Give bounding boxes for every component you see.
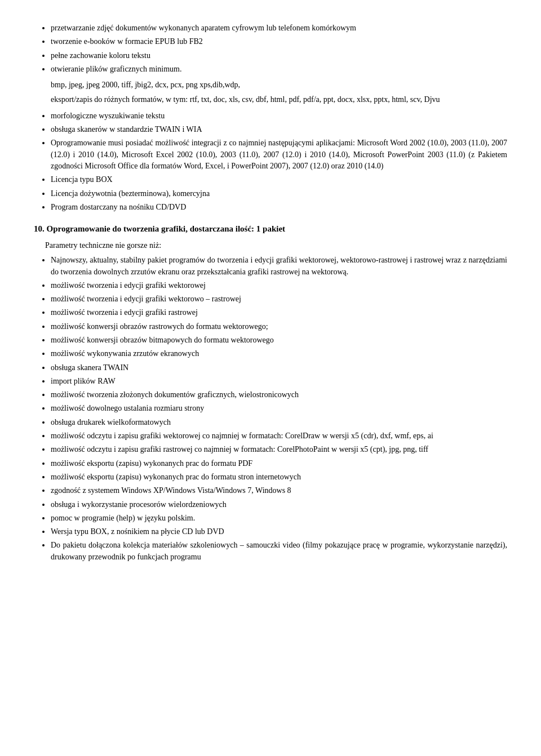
list-item: otwieranie plików graficznych minimum. xyxy=(51,64,507,75)
top-bullet-list: przetwarzanie zdjęć dokumentów wykonanyc… xyxy=(51,23,507,75)
list-item: pomoc w programie (help) w języku polski… xyxy=(51,513,507,524)
list-item: możliwość tworzenia i edycji grafiki ras… xyxy=(51,307,507,318)
list-item: możliwość tworzenia i edycji grafiki wek… xyxy=(51,280,507,291)
list-item: tworzenie e-booków w formacie EPUB lub F… xyxy=(51,36,507,47)
list-item: możliwość odczytu i zapisu grafiki wekto… xyxy=(51,430,507,442)
list-item: Najnowszy, aktualny, stabilny pakiet pro… xyxy=(51,255,507,278)
list-item: Wersja typu BOX, z nośnikiem na płycie C… xyxy=(51,526,507,537)
list-item: obsługa skanerów w standardzie TWAIN i W… xyxy=(51,124,507,135)
section10-intro: Parametry techniczne nie gorsze niż: xyxy=(45,240,507,251)
list-item: możliwość dowolnego ustalania rozmiaru s… xyxy=(51,403,507,414)
list-item: obsługa skanera TWAIN xyxy=(51,362,507,373)
list-item: przetwarzanie zdjęć dokumentów wykonanyc… xyxy=(51,23,507,34)
section-number: 10. xyxy=(34,224,45,233)
list-item: Program dostarczany na nośniku CD/DVD xyxy=(51,202,507,213)
bullets2-list: morfologiczne wyszukiwanie tekstu obsług… xyxy=(51,110,507,213)
list-item: możliwość konwersji obrazów bitmapowych … xyxy=(51,335,507,346)
list-item: Licencja dożywotnia (bezterminowa), kome… xyxy=(51,188,507,199)
list-item: eksport/zapis do różnych formatów, w tym… xyxy=(51,94,507,105)
list-item: możliwość tworzenia i edycji grafiki wek… xyxy=(51,293,507,305)
list-item: Do pakietu dołączona kolekcja materiałów… xyxy=(51,540,507,563)
list-item: możliwość eksportu (zapisu) wykonanych p… xyxy=(51,472,507,483)
list-item: możliwość tworzenia złożonych dokumentów… xyxy=(51,389,507,401)
list-item: możliwość eksportu (zapisu) wykonanych p… xyxy=(51,458,507,469)
list-item: morfologiczne wyszukiwanie tekstu xyxy=(51,110,507,122)
list-item: obsługa drukarek wielkoformatowych xyxy=(51,417,507,428)
list-item: Oprogramowanie musi posiadać możliwość i… xyxy=(51,137,507,172)
list-item: zgodność z systemem Windows XP/Windows V… xyxy=(51,485,507,496)
list-item: obsługa i wykorzystanie procesorów wielo… xyxy=(51,499,507,510)
list-item: import plików RAW xyxy=(51,376,507,387)
main-content: przetwarzanie zdjęć dokumentów wykonanyc… xyxy=(34,23,507,563)
list-item: Licencja typu BOX xyxy=(51,174,507,185)
formats-paragraph1: bmp, jpeg, jpeg 2000, tiff, jbig2, dcx, … xyxy=(51,79,507,91)
list-item: możliwość odczytu i zapisu grafiki rastr… xyxy=(51,444,507,455)
list-item: możliwość wykonywania zrzutów ekranowych xyxy=(51,348,507,359)
list-item: możliwość konwersji obrazów rastrowych d… xyxy=(51,321,507,332)
formats-list: eksport/zapis do różnych formatów, w tym… xyxy=(51,94,507,105)
list-item: pełne zachowanie koloru tekstu xyxy=(51,50,507,61)
section10-bullet-list: Najnowszy, aktualny, stabilny pakiet pro… xyxy=(51,255,507,563)
section10-heading: 10. Oprogramowanie do tworzenia grafiki,… xyxy=(34,223,507,235)
section-title: Oprogramowanie do tworzenia grafiki, dos… xyxy=(45,224,285,233)
